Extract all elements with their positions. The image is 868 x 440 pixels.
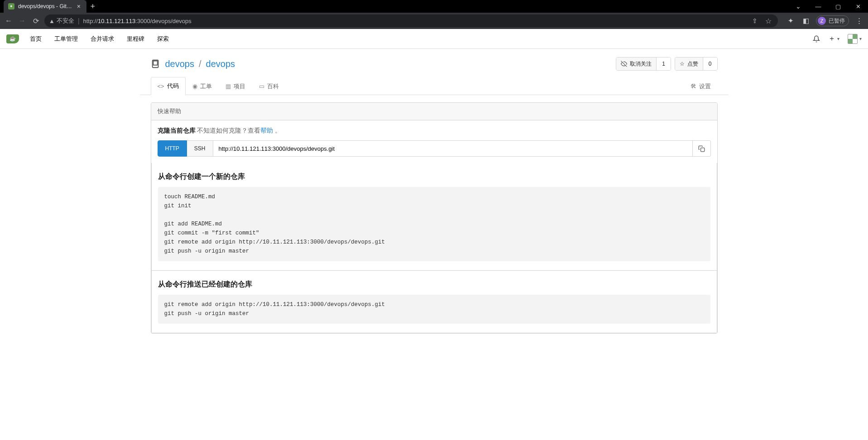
clipboard-icon — [698, 145, 705, 152]
clone-help-link[interactable]: 帮助 — [260, 127, 273, 134]
tab-code[interactable]: <> 代码 — [151, 77, 186, 95]
push-repo-section: 从命令行推送已经创建的仓库 git remote add origin http… — [151, 271, 717, 333]
push-title: 从命令行推送已经创建的仓库 — [158, 280, 710, 289]
tab-code-label: 代码 — [167, 82, 179, 90]
tab-close-icon[interactable]: × — [76, 3, 82, 10]
tab-wiki-label: 百科 — [267, 82, 279, 91]
clone-line: 克隆当前仓库 不知道如何克隆？查看帮助 。 — [158, 127, 711, 135]
push-code-block[interactable]: git remote add origin http://10.11.121.1… — [158, 295, 710, 324]
tab-title: devops/devops - Git… — [18, 3, 72, 10]
brand-logo-icon[interactable]: ☕ — [6, 34, 19, 43]
repo-name-link[interactable]: devops — [206, 59, 235, 69]
warning-icon: ▲ — [49, 18, 55, 24]
minimize-icon[interactable]: — — [808, 0, 828, 13]
clone-row: HTTP SSH — [158, 140, 711, 157]
panel-body: 克隆当前仓库 不知道如何克隆？查看帮助 。 HTTP SSH — [151, 120, 717, 163]
url-text: http://10.11.121.113:3000/devops/devops — [83, 18, 746, 24]
panel-icon[interactable]: ◧ — [801, 15, 811, 26]
insecure-label: 不安全 — [57, 17, 74, 25]
tab-settings[interactable]: 🛠 设置 — [684, 77, 718, 95]
panel-header: 快速帮助 — [151, 103, 717, 120]
window-controls: ⌄ — ▢ ✕ — [788, 0, 868, 13]
clone-ssh-button[interactable]: SSH — [187, 140, 213, 157]
star-icon: ☆ — [680, 61, 685, 67]
star-count[interactable]: 0 — [703, 57, 717, 70]
create-repo-section: 从命令行创建一个新的仓库 touch README.md git init gi… — [151, 163, 717, 271]
tab-favicon: ✦ — [8, 3, 14, 10]
unwatch-button[interactable]: 取消关注 — [616, 57, 657, 70]
toolbar-right: ✦ ◧ Z 已暂停 ⋮ — [785, 15, 864, 26]
address-field[interactable]: ▲ 不安全 | http://10.11.121.113:3000/devops… — [44, 14, 778, 27]
chevron-down-icon[interactable]: ⌄ — [788, 0, 808, 13]
issue-icon: ◉ — [192, 83, 197, 90]
maximize-icon[interactable]: ▢ — [828, 0, 848, 13]
svg-rect-1 — [153, 61, 157, 65]
watch-count[interactable]: 1 — [657, 57, 671, 70]
share-icon[interactable]: ⇪ — [750, 16, 760, 26]
star-group: ☆ 点赞 0 — [675, 57, 718, 71]
app-nav: ☕ 首页 工单管理 合并请求 里程碑 探索 ＋▾ ▾ — [0, 29, 868, 49]
nav-milestones[interactable]: 里程碑 — [127, 35, 144, 43]
clone-http-button[interactable]: HTTP — [158, 140, 187, 157]
copy-button[interactable] — [693, 140, 711, 157]
clone-hint: 不知道如何克隆？查看帮助 。 — [197, 127, 281, 134]
user-menu[interactable]: ▾ — [848, 34, 862, 44]
reload-icon[interactable]: ⟳ — [31, 16, 41, 26]
tab-projects[interactable]: ▥ 项目 — [219, 77, 252, 95]
clone-hint-pre: 不知道如何克隆？查看 — [197, 127, 260, 134]
notifications-icon[interactable] — [813, 35, 820, 43]
page: devops / devops 取消关注 1 ☆ 点赞 0 — [140, 49, 729, 352]
repo-title: devops / devops — [151, 59, 235, 69]
create-title: 从命令行创建一个新的仓库 — [158, 172, 710, 182]
tab-settings-label: 设置 — [699, 82, 711, 91]
wrench-icon: 🛠 — [691, 83, 696, 90]
separator: | — [78, 17, 80, 24]
eye-off-icon — [621, 61, 627, 67]
bookmark-star-icon[interactable]: ☆ — [763, 16, 773, 26]
nav-home[interactable]: 首页 — [30, 35, 42, 43]
create-code-block[interactable]: touch README.md git init git add README.… — [158, 187, 710, 261]
repo-icon — [151, 59, 161, 69]
kebab-menu-icon[interactable]: ⋮ — [854, 15, 864, 26]
project-icon: ▥ — [225, 83, 231, 90]
address-bar: ← → ⟳ ▲ 不安全 | http://10.11.121.113:3000/… — [0, 13, 868, 29]
clone-title: 克隆当前仓库 — [158, 127, 196, 134]
clone-url-input[interactable] — [213, 140, 693, 157]
profile-status: 已暂停 — [829, 17, 845, 25]
tab-wiki[interactable]: ▭ 百科 — [252, 77, 286, 95]
code-icon: <> — [158, 83, 164, 90]
back-icon[interactable]: ← — [4, 16, 14, 26]
repo-tabs: <> 代码 ◉ 工单 ▥ 项目 ▭ 百科 🛠 设置 — [140, 77, 729, 95]
repo-actions: 取消关注 1 ☆ 点赞 0 — [616, 57, 717, 71]
tab-issues[interactable]: ◉ 工单 — [186, 77, 219, 95]
quick-help-panel: 快速帮助 克隆当前仓库 不知道如何克隆？查看帮助 。 HTTP SSH — [151, 102, 718, 334]
nav-pull-requests[interactable]: 合并请求 — [91, 35, 114, 43]
repo-header: devops / devops 取消关注 1 ☆ 点赞 0 — [140, 49, 729, 71]
watch-group: 取消关注 1 — [616, 57, 671, 71]
forward-icon[interactable]: → — [17, 16, 27, 26]
url-host: 10.11.121.113 — [98, 18, 135, 24]
nav-issues[interactable]: 工单管理 — [54, 35, 78, 43]
tab-issues-label: 工单 — [200, 82, 212, 91]
tab-projects-label: 项目 — [234, 82, 245, 91]
new-tab-button[interactable]: + — [86, 2, 99, 11]
extensions-icon[interactable]: ✦ — [785, 15, 796, 26]
slash: / — [199, 59, 201, 69]
browser-chrome: ✦ devops/devops - Git… × + ⌄ — ▢ ✕ ← → ⟳… — [0, 0, 868, 29]
url-rest: :3000/devops/devops — [135, 18, 192, 24]
star-button[interactable]: ☆ 点赞 — [675, 57, 703, 70]
close-window-icon[interactable]: ✕ — [848, 0, 868, 13]
insecure-warning: ▲ 不安全 — [49, 17, 74, 25]
svg-rect-3 — [700, 148, 704, 151]
profile-button[interactable]: Z 已暂停 — [816, 15, 849, 26]
watch-label: 取消关注 — [630, 60, 652, 68]
profile-avatar-icon: Z — [818, 17, 826, 25]
clone-hint-post: 。 — [273, 127, 281, 134]
avatar-icon — [848, 34, 858, 44]
create-menu[interactable]: ＋▾ — [828, 34, 839, 43]
nav-explore[interactable]: 探索 — [157, 35, 169, 43]
repo-owner-link[interactable]: devops — [165, 59, 195, 69]
book-icon: ▭ — [259, 83, 264, 90]
browser-tab[interactable]: ✦ devops/devops - Git… × — [4, 0, 86, 13]
star-label: 点赞 — [687, 60, 698, 68]
